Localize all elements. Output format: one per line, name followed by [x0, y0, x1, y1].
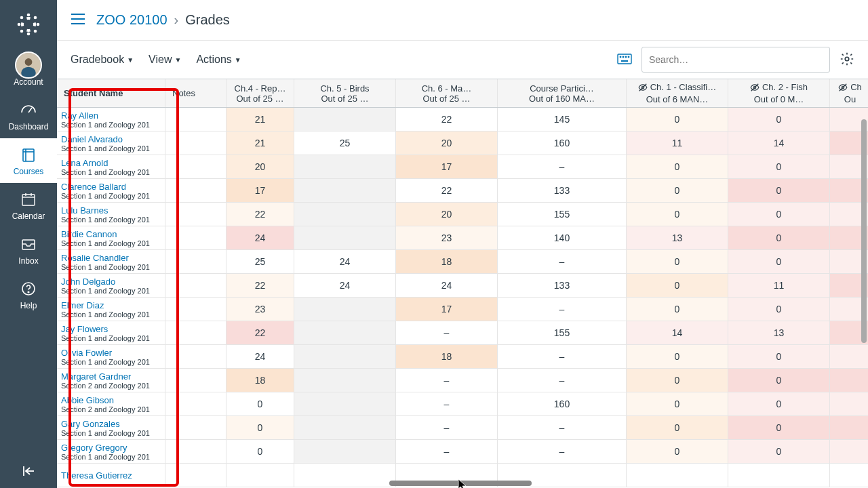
grade-cell[interactable]: 24 [226, 345, 294, 368]
grade-cell[interactable]: 22 [396, 179, 498, 202]
grade-cell[interactable]: – [498, 155, 627, 178]
grade-cell[interactable]: 14 [627, 321, 728, 344]
student-cell[interactable]: John DelgadoSection 1 and Zoology 201 [57, 274, 165, 297]
course-nav-toggle[interactable] [71, 13, 85, 27]
student-name-link[interactable]: Elmer Diaz [61, 300, 104, 310]
grade-cell[interactable]: 11 [627, 131, 728, 155]
notes-cell[interactable] [165, 298, 226, 321]
grade-cell[interactable]: 0 [627, 108, 728, 131]
actions-menu[interactable]: Actions ▼ [196, 54, 241, 66]
col-assignment-2[interactable]: Ch. 6 - Ma…Out of 25 … [396, 79, 498, 107]
nav-calendar[interactable]: Calendar [0, 183, 57, 228]
col-assignment-5[interactable]: Ch. 2 - FishOut of 0 M… [728, 79, 830, 107]
grade-cell[interactable]: 0 [627, 179, 728, 202]
student-cell[interactable]: Ray AllenSection 1 and Zoology 201 [57, 108, 165, 131]
student-cell[interactable]: Elmer DiazSection 1 and Zoology 201 [57, 298, 165, 321]
grade-cell[interactable]: 0 [627, 155, 728, 178]
grade-cell[interactable]: 160 [498, 131, 627, 155]
grade-cell[interactable]: 0 [728, 155, 830, 178]
grade-cell[interactable]: 22 [226, 321, 294, 344]
grade-cell[interactable]: 0 [728, 108, 830, 131]
student-cell[interactable]: Rosalie ChandlerSection 1 and Zoology 20… [57, 250, 165, 273]
notes-cell[interactable] [165, 226, 226, 249]
nav-courses[interactable]: Courses [0, 138, 57, 183]
nav-help[interactable]: Help [0, 272, 57, 317]
student-name-link[interactable]: Daniel Alvarado [61, 134, 123, 144]
grade-cell[interactable]: 0 [728, 345, 830, 368]
grade-cell[interactable]: – [396, 321, 498, 344]
grade-cell[interactable]: 22 [226, 274, 294, 297]
grade-cell[interactable]: 20 [226, 155, 294, 178]
student-cell[interactable]: Jay FlowersSection 1 and Zoology 201 [57, 321, 165, 344]
grade-cell[interactable]: 17 [226, 179, 294, 202]
student-name-link[interactable]: Olivia Fowler [61, 348, 112, 358]
grade-cell[interactable]: 11 [728, 274, 830, 297]
col-assignment-1[interactable]: Ch. 5 - BirdsOut of 25 … [294, 79, 396, 107]
notes-cell[interactable] [165, 131, 226, 155]
grade-cell[interactable]: 0 [226, 392, 294, 415]
grade-cell[interactable]: 20 [396, 203, 498, 226]
student-cell[interactable]: Lulu BarnesSection 1 and Zoology 201 [57, 203, 165, 226]
grade-cell[interactable] [294, 345, 396, 368]
scrollbar-thumb[interactable] [861, 119, 867, 343]
grade-cell[interactable]: 21 [226, 131, 294, 155]
grade-cell[interactable]: 24 [226, 226, 294, 249]
notes-cell[interactable] [165, 108, 226, 131]
grade-cell[interactable] [294, 155, 396, 178]
nav-account[interactable]: Account [0, 49, 57, 94]
notes-cell[interactable] [165, 203, 226, 226]
grade-cell[interactable] [294, 440, 396, 463]
grade-cell[interactable]: – [396, 440, 498, 463]
grade-cell[interactable]: 0 [728, 392, 830, 415]
grade-cell[interactable]: 155 [498, 203, 627, 226]
student-name-link[interactable]: Birdie Cannon [61, 229, 117, 239]
grade-cell[interactable]: 0 [728, 440, 830, 463]
notes-cell[interactable] [165, 440, 226, 463]
notes-cell[interactable] [165, 392, 226, 415]
grade-cell[interactable] [294, 108, 396, 131]
grade-cell[interactable]: – [498, 416, 627, 439]
grade-cell[interactable]: 0 [627, 440, 728, 463]
grade-cell[interactable]: 0 [226, 440, 294, 463]
notes-cell[interactable] [165, 155, 226, 178]
grade-cell[interactable]: – [498, 298, 627, 321]
grade-cell[interactable]: 0 [627, 203, 728, 226]
nav-dashboard[interactable]: Dashboard [0, 94, 57, 138]
grade-cell[interactable]: 0 [728, 179, 830, 202]
student-name-link[interactable]: Jay Flowers [61, 324, 108, 334]
nav-inbox[interactable]: Inbox [0, 228, 57, 272]
grade-cell[interactable]: – [498, 250, 627, 273]
keyboard-shortcuts-button[interactable] [617, 54, 632, 66]
grade-cell[interactable] [294, 416, 396, 439]
student-name-link[interactable]: Gregory Gregory [61, 443, 127, 453]
view-menu[interactable]: View ▼ [149, 54, 181, 66]
grade-cell[interactable]: 160 [498, 392, 627, 415]
grade-cell[interactable]: – [498, 345, 627, 368]
notes-cell[interactable] [165, 416, 226, 439]
student-cell[interactable]: Gregory GregorySection 1 and Zoology 201 [57, 440, 165, 463]
grade-cell[interactable]: – [396, 416, 498, 439]
grade-cell[interactable]: 23 [226, 298, 294, 321]
grade-cell[interactable]: 0 [627, 274, 728, 297]
grade-cell[interactable] [294, 392, 396, 415]
grade-cell[interactable]: 24 [396, 274, 498, 297]
student-cell[interactable]: Lena ArnoldSection 1 and Zoology 201 [57, 155, 165, 178]
notes-cell[interactable] [165, 179, 226, 202]
notes-cell[interactable] [165, 369, 226, 392]
grade-cell[interactable]: 0 [728, 298, 830, 321]
grade-cell[interactable] [294, 321, 396, 344]
grade-cell[interactable]: 0 [728, 226, 830, 249]
col-assignment-0[interactable]: Ch.4 - Rep…Out of 25 … [226, 79, 294, 107]
grade-cell[interactable]: 0 [728, 203, 830, 226]
student-name-link[interactable]: Abbie Gibson [61, 395, 114, 405]
grade-cell[interactable]: 23 [396, 226, 498, 249]
student-cell[interactable]: Olivia FowlerSection 1 and Zoology 201 [57, 345, 165, 368]
notes-cell[interactable] [165, 274, 226, 297]
grade-cell[interactable]: 140 [498, 226, 627, 249]
student-name-link[interactable]: Lena Arnold [61, 158, 108, 168]
grade-cell[interactable]: 13 [627, 226, 728, 249]
grade-cell[interactable]: 0 [627, 416, 728, 439]
grade-cell[interactable]: 0 [627, 369, 728, 392]
grade-cell[interactable]: 17 [396, 155, 498, 178]
grade-cell[interactable]: – [396, 392, 498, 415]
